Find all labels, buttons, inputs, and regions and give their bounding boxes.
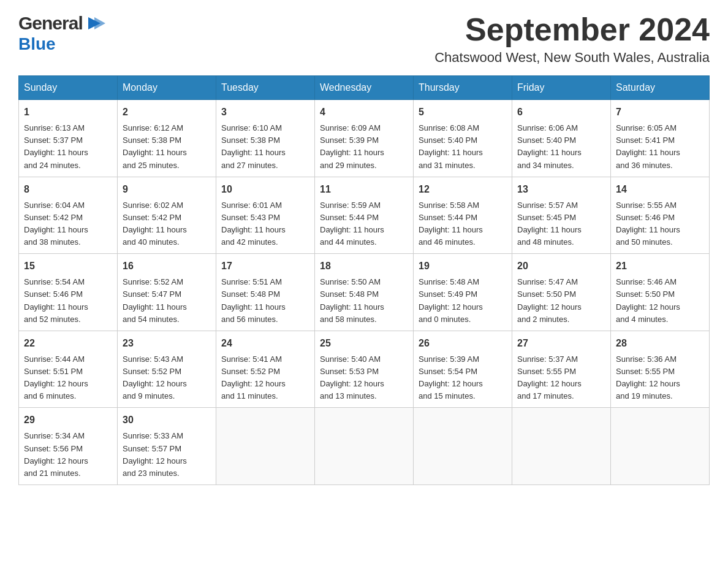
day-info: Sunrise: 5:57 AMSunset: 5:45 PMDaylight:… [517, 199, 605, 249]
calendar-day-cell: 25Sunrise: 5:40 AMSunset: 5:53 PMDayligh… [315, 331, 414, 408]
day-info: Sunrise: 6:05 AMSunset: 5:41 PMDaylight:… [616, 122, 704, 172]
day-number: 10 [221, 182, 309, 197]
day-info: Sunrise: 5:41 AMSunset: 5:52 PMDaylight:… [221, 353, 309, 403]
calendar-day-cell: 2Sunrise: 6:12 AMSunset: 5:38 PMDaylight… [118, 100, 216, 177]
day-number: 20 [517, 259, 605, 274]
calendar-week-row: 15Sunrise: 5:54 AMSunset: 5:46 PMDayligh… [19, 254, 710, 331]
weekday-header-thursday: Thursday [414, 76, 512, 100]
day-info: Sunrise: 6:10 AMSunset: 5:38 PMDaylight:… [221, 122, 309, 172]
calendar-body: 1Sunrise: 6:13 AMSunset: 5:37 PMDaylight… [19, 100, 710, 485]
calendar-day-cell: 30Sunrise: 5:33 AMSunset: 5:57 PMDayligh… [118, 408, 216, 485]
day-number: 5 [419, 105, 507, 120]
svg-marker-1 [94, 17, 105, 29]
logo-icon [83, 12, 105, 34]
calendar-day-cell: 10Sunrise: 6:01 AMSunset: 5:43 PMDayligh… [216, 177, 315, 254]
calendar-day-cell: 14Sunrise: 5:55 AMSunset: 5:46 PMDayligh… [611, 177, 710, 254]
weekday-header-sunday: Sunday [19, 76, 118, 100]
day-info: Sunrise: 5:43 AMSunset: 5:52 PMDaylight:… [123, 353, 211, 403]
day-info: Sunrise: 5:44 AMSunset: 5:51 PMDaylight:… [24, 353, 112, 403]
calendar-day-cell: 20Sunrise: 5:47 AMSunset: 5:50 PMDayligh… [512, 254, 611, 331]
weekday-header-wednesday: Wednesday [315, 76, 414, 100]
logo-general-text: General [18, 13, 83, 34]
calendar-day-cell: 11Sunrise: 5:59 AMSunset: 5:44 PMDayligh… [315, 177, 414, 254]
day-info: Sunrise: 6:12 AMSunset: 5:38 PMDaylight:… [123, 122, 211, 172]
day-number: 14 [616, 182, 704, 197]
day-number: 9 [123, 182, 211, 197]
day-number: 6 [517, 105, 605, 120]
calendar-day-cell: 12Sunrise: 5:58 AMSunset: 5:44 PMDayligh… [414, 177, 512, 254]
day-info: Sunrise: 5:51 AMSunset: 5:48 PMDaylight:… [221, 276, 309, 326]
calendar-day-cell: 9Sunrise: 6:02 AMSunset: 5:42 PMDaylight… [118, 177, 216, 254]
calendar-day-cell: 21Sunrise: 5:46 AMSunset: 5:50 PMDayligh… [611, 254, 710, 331]
calendar-table: SundayMondayTuesdayWednesdayThursdayFrid… [18, 75, 710, 485]
day-number: 2 [123, 105, 211, 120]
day-info: Sunrise: 6:08 AMSunset: 5:40 PMDaylight:… [419, 122, 507, 172]
day-number: 15 [24, 259, 112, 274]
calendar-day-cell: 29Sunrise: 5:34 AMSunset: 5:56 PMDayligh… [19, 408, 118, 485]
day-info: Sunrise: 6:02 AMSunset: 5:42 PMDaylight:… [123, 199, 211, 249]
calendar-day-cell: 17Sunrise: 5:51 AMSunset: 5:48 PMDayligh… [216, 254, 315, 331]
day-number: 29 [24, 413, 112, 427]
day-number: 25 [320, 336, 408, 351]
day-info: Sunrise: 5:47 AMSunset: 5:50 PMDaylight:… [517, 276, 605, 326]
calendar-week-row: 8Sunrise: 6:04 AMSunset: 5:42 PMDaylight… [19, 177, 710, 254]
calendar-day-cell [512, 408, 611, 485]
calendar-day-cell [315, 408, 414, 485]
day-info: Sunrise: 5:48 AMSunset: 5:49 PMDaylight:… [419, 276, 507, 326]
calendar-day-cell: 28Sunrise: 5:36 AMSunset: 5:55 PMDayligh… [611, 331, 710, 408]
calendar-day-cell [414, 408, 512, 485]
day-number: 13 [517, 182, 605, 197]
day-info: Sunrise: 6:06 AMSunset: 5:40 PMDaylight:… [517, 122, 605, 172]
day-info: Sunrise: 5:58 AMSunset: 5:44 PMDaylight:… [419, 199, 507, 249]
day-info: Sunrise: 5:33 AMSunset: 5:57 PMDaylight:… [123, 430, 211, 480]
calendar-day-cell: 19Sunrise: 5:48 AMSunset: 5:49 PMDayligh… [414, 254, 512, 331]
calendar-day-cell: 22Sunrise: 5:44 AMSunset: 5:51 PMDayligh… [19, 331, 118, 408]
calendar-day-cell: 18Sunrise: 5:50 AMSunset: 5:48 PMDayligh… [315, 254, 414, 331]
day-number: 7 [616, 105, 704, 120]
calendar-day-cell [216, 408, 315, 485]
calendar-day-cell: 7Sunrise: 6:05 AMSunset: 5:41 PMDaylight… [611, 100, 710, 177]
day-info: Sunrise: 6:01 AMSunset: 5:43 PMDaylight:… [221, 199, 309, 249]
calendar-day-cell: 3Sunrise: 6:10 AMSunset: 5:38 PMDaylight… [216, 100, 315, 177]
day-info: Sunrise: 6:13 AMSunset: 5:37 PMDaylight:… [24, 122, 112, 172]
logo-area: General Blue [18, 12, 106, 54]
day-number: 16 [123, 259, 211, 274]
calendar-day-cell: 23Sunrise: 5:43 AMSunset: 5:52 PMDayligh… [118, 331, 216, 408]
calendar-day-cell: 5Sunrise: 6:08 AMSunset: 5:40 PMDaylight… [414, 100, 512, 177]
day-number: 30 [123, 413, 211, 427]
calendar-week-row: 1Sunrise: 6:13 AMSunset: 5:37 PMDaylight… [19, 100, 710, 177]
weekday-header-saturday: Saturday [611, 76, 710, 100]
month-title: September 2024 [434, 12, 710, 47]
day-number: 28 [616, 336, 704, 351]
day-number: 26 [419, 336, 507, 351]
calendar-day-cell: 27Sunrise: 5:37 AMSunset: 5:55 PMDayligh… [512, 331, 611, 408]
day-number: 18 [320, 259, 408, 274]
title-area: September 2024 Chatswood West, New South… [434, 12, 710, 66]
day-info: Sunrise: 5:39 AMSunset: 5:54 PMDaylight:… [419, 353, 507, 403]
page-header: General Blue September 2024 Chatswood We… [18, 12, 710, 66]
day-number: 11 [320, 182, 408, 197]
day-info: Sunrise: 6:04 AMSunset: 5:42 PMDaylight:… [24, 199, 112, 249]
calendar-week-row: 29Sunrise: 5:34 AMSunset: 5:56 PMDayligh… [19, 408, 710, 485]
calendar-day-cell: 8Sunrise: 6:04 AMSunset: 5:42 PMDaylight… [19, 177, 118, 254]
day-info: Sunrise: 5:54 AMSunset: 5:46 PMDaylight:… [24, 276, 112, 326]
day-number: 12 [419, 182, 507, 197]
calendar-day-cell: 6Sunrise: 6:06 AMSunset: 5:40 PMDaylight… [512, 100, 611, 177]
day-number: 17 [221, 259, 309, 274]
day-info: Sunrise: 6:09 AMSunset: 5:39 PMDaylight:… [320, 122, 408, 172]
day-number: 4 [320, 105, 408, 120]
day-number: 8 [24, 182, 112, 197]
day-number: 1 [24, 105, 112, 120]
calendar-week-row: 22Sunrise: 5:44 AMSunset: 5:51 PMDayligh… [19, 331, 710, 408]
calendar-day-cell: 13Sunrise: 5:57 AMSunset: 5:45 PMDayligh… [512, 177, 611, 254]
day-info: Sunrise: 5:50 AMSunset: 5:48 PMDaylight:… [320, 276, 408, 326]
day-number: 21 [616, 259, 704, 274]
calendar-day-cell: 26Sunrise: 5:39 AMSunset: 5:54 PMDayligh… [414, 331, 512, 408]
calendar-day-cell: 16Sunrise: 5:52 AMSunset: 5:47 PMDayligh… [118, 254, 216, 331]
day-info: Sunrise: 5:52 AMSunset: 5:47 PMDaylight:… [123, 276, 211, 326]
day-info: Sunrise: 5:40 AMSunset: 5:53 PMDaylight:… [320, 353, 408, 403]
calendar-day-cell [611, 408, 710, 485]
weekday-header-monday: Monday [118, 76, 216, 100]
location-subtitle: Chatswood West, New South Wales, Austral… [434, 50, 710, 66]
day-number: 19 [419, 259, 507, 274]
